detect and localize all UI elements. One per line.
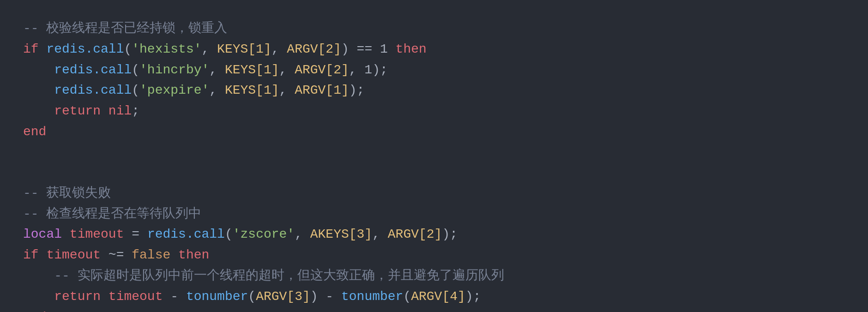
indent: [23, 60, 54, 81]
indent: [23, 287, 54, 307]
token-key-arg: KEYS[1]: [225, 80, 279, 101]
token-plain: (: [132, 80, 139, 101]
token-plain: ,: [202, 39, 217, 60]
token-plain: -: [163, 287, 186, 307]
token-plain: (: [124, 39, 132, 60]
blank-line: [23, 163, 845, 183]
token-plain: (: [225, 224, 233, 245]
token-plain: ,: [279, 60, 295, 81]
token-string: 'pexpire': [139, 80, 209, 101]
token-keyword: then: [178, 245, 209, 266]
token-plain: );: [465, 287, 481, 307]
token-plain: (: [403, 287, 411, 307]
indent: [23, 80, 54, 101]
code-line: if timeout ~= false then: [23, 245, 845, 266]
token-plain: ,: [209, 80, 225, 101]
token-plain: );: [349, 80, 365, 101]
token-func-name: tonumber: [341, 287, 403, 307]
token-key-arg: ARGV[1]: [295, 80, 349, 101]
code-line: redis.call('pexpire', KEYS[1], ARGV[1]);: [23, 80, 845, 101]
token-var-name: timeout: [46, 245, 101, 266]
token-keyword: return: [54, 287, 108, 307]
token-plain: ;: [132, 101, 139, 122]
code-line: redis.call('hincrby', KEYS[1], ARGV[2], …: [23, 60, 845, 81]
token-func-name: redis.call: [46, 39, 124, 60]
code-line: local timeout = redis.call('zscore', AKE…: [23, 224, 845, 245]
token-var-name: timeout: [108, 287, 163, 307]
token-func-name: tonumber: [186, 287, 248, 307]
token-plain: ,: [372, 224, 388, 245]
token-plain: );: [442, 224, 458, 245]
token-string: 'hexists': [132, 39, 201, 60]
code-line: -- 实际超时是队列中前一个线程的超时，但这大致正确，并且避免了遍历队列: [23, 266, 845, 287]
token-plain: (: [248, 287, 256, 307]
token-key-arg: ARGV[2]: [388, 224, 442, 245]
token-key-arg: ARGV[2]: [287, 39, 341, 60]
code-line: -- 检查线程是否在等待队列中: [23, 204, 845, 225]
token-key-arg: ARGV[2]: [295, 60, 349, 81]
token-keyword: if: [23, 245, 46, 266]
token-keyword: return: [54, 101, 108, 122]
comment-text: -- 实际超时是队列中前一个线程的超时，但这大致正确，并且避免了遍历队列: [23, 266, 504, 287]
token-plain: , 1);: [349, 60, 388, 81]
token-plain: ,: [295, 224, 310, 245]
token-string: 'zscore': [233, 224, 295, 245]
token-plain: ,: [279, 80, 295, 101]
code-line: return nil;: [23, 101, 845, 122]
code-line: return timeout - tonumber(ARGV[3]) - ton…: [23, 287, 845, 307]
code-block: -- 校验线程是否已经持锁，锁重入if redis.call('hexists'…: [0, 0, 868, 312]
token-string: 'hincrby': [139, 60, 209, 81]
token-var-name: timeout: [70, 224, 124, 245]
code-line: -- 校验线程是否已经持锁，锁重入: [23, 18, 845, 39]
code-line: end: [23, 122, 845, 143]
comment-text: -- 获取锁失败: [23, 183, 111, 204]
token-func-name: redis.call: [147, 224, 225, 245]
token-key-arg: ARGV[4]: [411, 287, 465, 307]
token-bool-val: false: [132, 245, 170, 266]
token-func-name: redis.call: [54, 60, 132, 81]
token-keyword: then: [396, 39, 427, 60]
token-local-kw: local: [23, 224, 70, 245]
code-line: if redis.call('hexists', KEYS[1], ARGV[2…: [23, 39, 845, 60]
code-line: end: [23, 307, 845, 312]
code-line: -- 获取锁失败: [23, 183, 845, 204]
comment-text: -- 检查线程是否在等待队列中: [23, 204, 201, 225]
comment-text: -- 校验线程是否已经持锁，锁重入: [23, 18, 227, 39]
token-plain: ,: [209, 60, 225, 81]
token-plain: (: [132, 60, 139, 81]
token-key-arg: ARGV[3]: [256, 287, 310, 307]
indent: [23, 101, 54, 122]
token-func-name: redis.call: [54, 80, 132, 101]
token-keyword: end: [23, 307, 46, 312]
token-keyword: if: [23, 39, 46, 60]
token-plain: [170, 245, 178, 266]
token-nil: nil: [108, 101, 132, 122]
token-key-arg: KEYS[1]: [225, 60, 279, 81]
token-plain: ) == 1: [341, 39, 396, 60]
token-keyword: end: [23, 122, 46, 143]
token-plain: ~=: [101, 245, 132, 266]
token-plain: ,: [271, 39, 287, 60]
token-plain: ) -: [310, 287, 341, 307]
blank-line: [23, 143, 845, 163]
token-key-arg: KEYS[1]: [217, 39, 271, 60]
token-plain: =: [124, 224, 147, 245]
token-key-arg: AKEYS[3]: [310, 224, 372, 245]
